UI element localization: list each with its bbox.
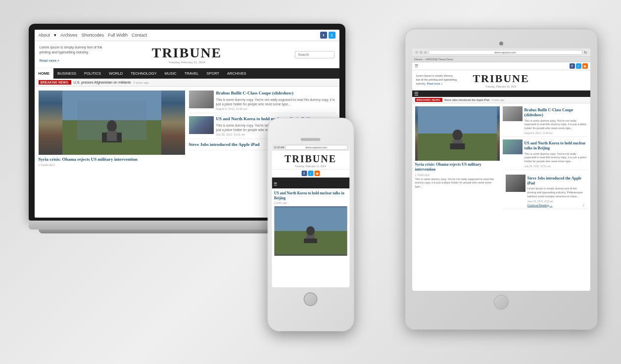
tablet-article-row-2: US and North Korea to hold nuclear talks…	[503, 139, 587, 170]
tablet-meta-2: July 29, 2012, 10:51 am	[525, 165, 587, 168]
tablet-thumb-building	[503, 139, 523, 154]
tablet-article-title-1[interactable]: Brabus Bullit C-Class Coupe (slideshow)	[525, 108, 587, 118]
tablet-rss-icon[interactable]: ◉	[582, 63, 588, 69]
tablet-jobs-section: Steve Jobs introduced the Apple iPad Lor…	[503, 173, 587, 209]
site-title: TRIBUNE Tuesday, February 11, 2014	[115, 45, 259, 64]
site-tagline-wrap: Lorem Ipsum is simply dummy text of the …	[40, 45, 111, 64]
tablet-home-button[interactable]	[494, 295, 509, 310]
phone-time: 12:00 AM	[274, 146, 284, 149]
menu-world[interactable]: WORLD	[105, 68, 127, 79]
tab-browser-btn-2[interactable]	[420, 51, 423, 54]
tablet-thumb-car	[503, 106, 523, 121]
main-article-svg	[39, 91, 185, 155]
tablet-jobs-thumb	[506, 175, 525, 192]
tablet-main-article-title[interactable]: Syria crisis: Obama rejects US military …	[415, 162, 500, 173]
tablet-main-snippet: This is some dummy copy. You're not real…	[415, 178, 500, 189]
tablet-breaking-bar: BREAKING NEWS: Steve Jobs introduced the…	[412, 97, 590, 103]
main-article-title[interactable]: Syria crisis: Obama rejects US military …	[39, 157, 185, 163]
tablet-site-header: Lorem Ipsum is simply dummy text of the …	[412, 70, 590, 91]
breaking-label: BREAKING NEWS:	[39, 80, 71, 85]
menu-music[interactable]: MUSIC	[161, 68, 181, 79]
tablet-jobs-content: Steve Jobs introduced the Apple iPad Lor…	[527, 175, 584, 207]
tablet-article-title-2[interactable]: US and North Korea to hold nuclear talks…	[525, 141, 587, 151]
nav-about[interactable]: About	[39, 33, 50, 38]
laptop-breaking-bar: BREAKING NEWS: U.S. presses Afghanistan …	[35, 79, 339, 87]
svg-point-13	[306, 226, 314, 235]
tablet-address-bar[interactable]: demo.wpzoom.com	[429, 50, 582, 55]
tablet-article-row-1: Brabus Bullit C-Class Coupe (slideshow) …	[503, 106, 587, 137]
phone-rss-icon[interactable]: ◉	[314, 171, 320, 176]
phone-address-bar[interactable]: demo.wpzoom.com	[285, 145, 347, 150]
tablet-jobs-meta: June 23, 2010, 6:52 pm	[527, 200, 584, 203]
tab-browser-btn-1[interactable]	[415, 51, 418, 54]
tablet-article-1: Brabus Bullit C-Class Coupe (slideshow) …	[525, 106, 587, 135]
phone-twitter-icon[interactable]: t	[308, 171, 313, 176]
tablet-breaking-label: BREAKING NEWS:	[415, 98, 442, 102]
tablet-read-more[interactable]: Read more »	[427, 82, 442, 85]
laptop-site-header: Lorem Ipsum is simply dummy text of the …	[35, 41, 339, 68]
tablet-jobs-title[interactable]: Steve Jobs introduced the Apple iPad	[527, 176, 584, 186]
menu-politics[interactable]: POLITICS	[80, 68, 105, 79]
article-title-3[interactable]: Steve Jobs introduced the Apple iPad	[189, 142, 260, 148]
svg-point-4	[107, 120, 117, 132]
phone-article-title[interactable]: US and North Korea to hold nuclear talks…	[274, 191, 347, 201]
article-content-3: Steve Jobs introduced the Apple iPad	[189, 142, 260, 148]
tablet-snippet-2: This is some dummy copy. You're not real…	[525, 152, 587, 164]
tablet-jobs-snippet: Lorem Ipsum is simply dummy text of the …	[527, 187, 584, 198]
menu-sport[interactable]: SPORT	[202, 68, 223, 79]
site-name: TRIBUNE	[115, 45, 259, 61]
phone-social-icons: f t ◉	[272, 170, 349, 178]
tablet-reload-icon[interactable]: ↻	[584, 50, 587, 55]
tablet-device: demo.wpzoom.com ↻ Tribune — WPZOOM Theme…	[405, 29, 598, 330]
tablet-meta-1: August 6, 2012, 11:06 am	[525, 132, 587, 135]
tablet-snippet-1: This is some dummy copy. You're not real…	[525, 119, 587, 131]
tablet-comment-count: 2	[583, 204, 584, 207]
tablet-twitter-icon[interactable]: t	[576, 63, 581, 69]
article-meta-1: August 6, 2012, 11:06 am	[216, 107, 335, 110]
facebook-icon[interactable]: f	[320, 32, 327, 39]
breaking-time: 5 years ago	[134, 81, 149, 84]
svg-rect-15	[304, 238, 317, 243]
phone-site-date: Tuesday, February 11, 2014	[274, 165, 347, 168]
svg-rect-10	[450, 143, 465, 149]
twitter-icon[interactable]: t	[329, 32, 335, 39]
main-article-meta: 1 YEAR AGO	[39, 164, 185, 167]
tablet-screen: demo.wpzoom.com ↻ Tribune — WPZOOM Theme…	[412, 48, 590, 291]
phone-facebook-icon[interactable]: f	[301, 171, 307, 176]
tab-browser-btn-3[interactable]	[424, 51, 427, 54]
menu-home[interactable]: HOME	[35, 68, 54, 79]
phone-site-name: TRIBUNE	[274, 153, 347, 165]
search-input[interactable]	[295, 51, 334, 58]
tablet-facebook-icon[interactable]: f	[570, 63, 575, 69]
tablet-right-column: Brabus Bullit C-Class Coupe (slideshow) …	[503, 106, 587, 209]
phone-article-svg	[274, 206, 347, 256]
nav-shortcodes[interactable]: Shortcodes	[82, 33, 104, 38]
phone-home-button[interactable]	[304, 292, 318, 306]
phone-article-image	[274, 206, 347, 256]
article-thumb-building	[189, 116, 214, 134]
tablet-continue-reading[interactable]: Continue Reading →	[527, 204, 553, 207]
breaking-text: U.S. presses Afghanistan on militants	[74, 81, 131, 84]
nav-contact[interactable]: Contact	[132, 33, 147, 38]
article-content-1: Brabus Bullit C-Class Coupe (slideshow) …	[216, 91, 335, 110]
menu-travel[interactable]: TRAVEL	[181, 68, 203, 79]
article-title-1[interactable]: Brabus Bullit C-Class Coupe (slideshow)	[216, 91, 335, 96]
tablet-main-image	[415, 106, 500, 161]
nav-fullwidth[interactable]: Full Width	[108, 33, 128, 38]
tablet-breaking-text: Steve Jobs introduced the Apple iPad	[444, 98, 489, 101]
read-more-link[interactable]: Read more »	[40, 59, 59, 62]
laptop-main-menu: HOME BUSINESS POLITICS WORLD TECHNOLOGY …	[35, 68, 339, 79]
scene: About▾ Archives Shortcodes Full Width Co…	[14, 9, 608, 355]
tablet-menu[interactable]: ☰	[412, 91, 590, 97]
svg-point-8	[452, 130, 462, 140]
tablet-hamburger-icon[interactable]: ☰	[414, 91, 419, 96]
tablet-tagline: Lorem Ipsum is simply dummy text of the …	[416, 74, 457, 86]
menu-archives[interactable]: ARCHIVES	[223, 68, 250, 79]
phone-hamburger-icon[interactable]: ☰	[274, 182, 277, 186]
menu-business[interactable]: BUSINESS	[53, 68, 80, 79]
tablet-main-svg	[415, 106, 500, 161]
nav-archives[interactable]: Archives	[60, 33, 78, 38]
menu-technology[interactable]: TECHNOLOGY	[127, 68, 161, 79]
laptop-nav: About▾ Archives Shortcodes Full Width Co…	[35, 30, 339, 41]
phone-menu[interactable]: ☰	[272, 178, 349, 188]
